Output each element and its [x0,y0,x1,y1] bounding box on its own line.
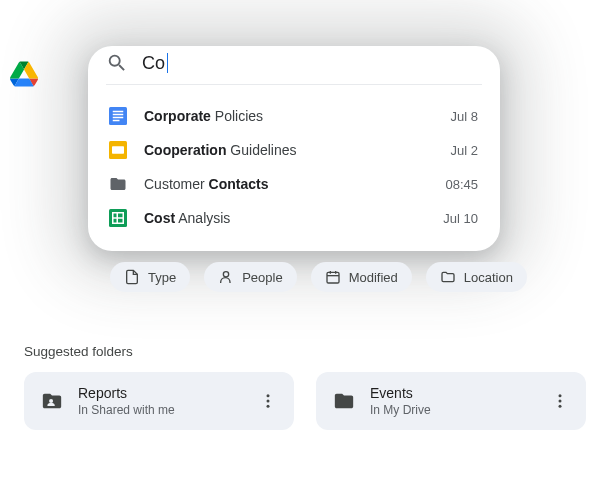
folder-icon [332,389,356,413]
result-title: Corporate Policies [144,108,451,124]
suggested-folders: Reports In Shared with me Events In My D… [24,372,586,430]
svg-rect-3 [113,117,124,119]
folder-subtitle: In Shared with me [78,403,238,417]
result-title: Cooperation Guidelines [144,142,451,158]
folder-card-reports[interactable]: Reports In Shared with me [24,372,294,430]
shared-folder-icon [40,389,64,413]
svg-point-16 [49,399,53,403]
chip-label: Type [148,270,176,285]
search-query: Co [142,53,168,74]
folder-card-events[interactable]: Events In My Drive [316,372,586,430]
drive-logo [10,60,38,92]
svg-rect-1 [113,111,124,113]
result-title: Cost Analysis [144,210,443,226]
chip-label: People [242,270,282,285]
more-options-button[interactable] [544,385,576,417]
folder-icon [108,174,128,194]
more-options-button[interactable] [252,385,284,417]
result-item[interactable]: Customer Contacts 08:45 [88,167,500,201]
person-icon [218,269,234,285]
search-results: Corporate Policies Jul 8 Cooperation Gui… [88,85,500,251]
result-item[interactable]: Cooperation Guidelines Jul 2 [88,133,500,167]
folder-title: Events [370,385,530,401]
chip-location[interactable]: Location [426,262,527,292]
svg-point-11 [224,272,229,277]
svg-point-19 [267,405,270,408]
chip-type[interactable]: Type [110,262,190,292]
svg-rect-0 [109,107,127,125]
calendar-icon [325,269,341,285]
suggested-folders-heading: Suggested folders [24,344,133,359]
result-date: Jul 2 [451,143,478,158]
folder-subtitle: In My Drive [370,403,530,417]
chip-label: Location [464,270,513,285]
svg-rect-2 [113,114,124,116]
result-item[interactable]: Cost Analysis Jul 10 [88,201,500,235]
svg-point-21 [559,400,562,403]
chip-label: Modified [349,270,398,285]
svg-rect-12 [327,272,339,283]
svg-point-17 [267,394,270,397]
folder-outline-icon [440,269,456,285]
svg-point-20 [559,394,562,397]
folder-title: Reports [78,385,238,401]
search-dropdown: Co Corporate Policies Jul 8 Cooperation … [88,46,500,251]
result-date: Jul 10 [443,211,478,226]
slides-icon [108,140,128,160]
search-input-row[interactable]: Co [88,46,500,78]
result-item[interactable]: Corporate Policies Jul 8 [88,99,500,133]
svg-point-18 [267,400,270,403]
svg-rect-4 [113,120,120,122]
chip-modified[interactable]: Modified [311,262,412,292]
chip-people[interactable]: People [204,262,296,292]
file-icon [124,269,140,285]
svg-rect-6 [112,146,124,154]
result-date: Jul 8 [451,109,478,124]
search-icon [106,52,128,74]
result-date: 08:45 [445,177,478,192]
svg-point-22 [559,405,562,408]
filter-chips: Type People Modified Location [110,262,527,292]
docs-icon [108,106,128,126]
result-title: Customer Contacts [144,176,445,192]
sheets-icon [108,208,128,228]
